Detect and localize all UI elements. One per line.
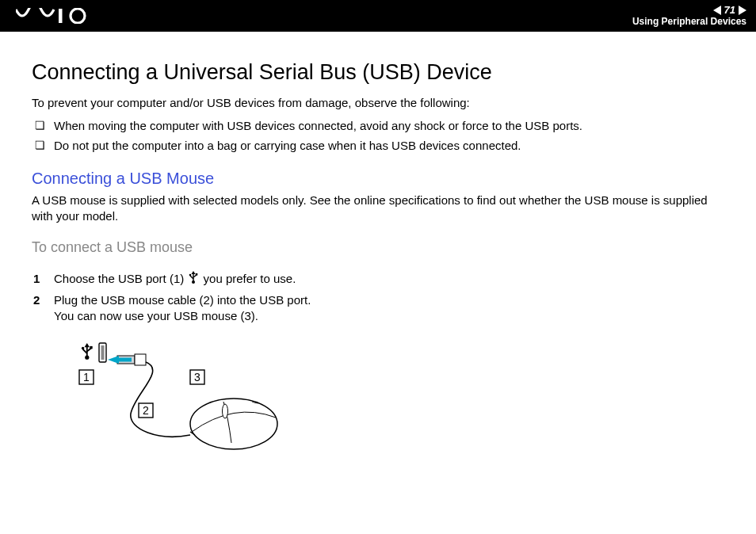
svg-point-20 — [190, 399, 277, 449]
next-page-arrow[interactable] — [739, 6, 746, 15]
usb-icon — [189, 271, 198, 288]
list-item: Do not put the computer into a bag or ca… — [32, 135, 731, 155]
page-title: Connecting a Universal Serial Bus (USB) … — [32, 60, 731, 85]
list-item: When moving the computer with USB device… — [32, 116, 731, 135]
prev-page-arrow[interactable] — [713, 6, 721, 15]
svg-marker-4 — [192, 271, 196, 274]
svg-point-1 — [71, 9, 85, 23]
diagram-label-1: 1 — [83, 371, 90, 383]
page-content: Connecting a Universal Serial Bus (USB) … — [0, 32, 756, 476]
svg-rect-0 — [59, 9, 63, 23]
page-number: 71 — [724, 5, 735, 16]
step-text: you prefer to use. — [200, 272, 296, 285]
svg-rect-6 — [196, 273, 198, 276]
section-name: Using Peripheral Devices — [632, 17, 746, 27]
step-item: Plug the USB mouse cable (2) into the US… — [32, 290, 731, 327]
svg-marker-9 — [85, 343, 90, 347]
svg-point-10 — [82, 346, 84, 349]
step-text: Plug the USB mouse cable (2) into the US… — [54, 293, 311, 307]
header-bar: 71 Using Peripheral Devices — [0, 0, 756, 32]
warning-list: When moving the computer with USB device… — [32, 116, 731, 155]
intro-text: To prevent your computer and/or USB devi… — [32, 96, 731, 109]
svg-rect-13 — [101, 345, 105, 360]
task-heading: To connect a USB mouse — [32, 239, 731, 256]
connection-diagram: 1 2 3 — [55, 338, 731, 460]
step-text: You can now use your USB mouse (3). — [54, 309, 258, 322]
step-text: Choose the USB port (1) — [54, 272, 187, 285]
vaio-logo — [16, 8, 92, 24]
svg-point-21 — [223, 404, 228, 418]
diagram-label-3: 3 — [194, 371, 200, 383]
svg-point-5 — [189, 274, 192, 277]
subheading: Connecting a USB Mouse — [32, 170, 731, 188]
diagram-label-2: 2 — [143, 404, 149, 417]
steps-list: Choose the USB port (1) you prefer to us… — [32, 269, 731, 327]
svg-rect-16 — [135, 354, 146, 365]
page-nav-block: 71 Using Peripheral Devices — [632, 5, 746, 26]
svg-marker-17 — [108, 356, 119, 364]
sub-paragraph: A USB mouse is supplied with selected mo… — [32, 193, 731, 225]
step-item: Choose the USB port (1) you prefer to us… — [32, 269, 731, 291]
svg-rect-11 — [90, 346, 92, 349]
